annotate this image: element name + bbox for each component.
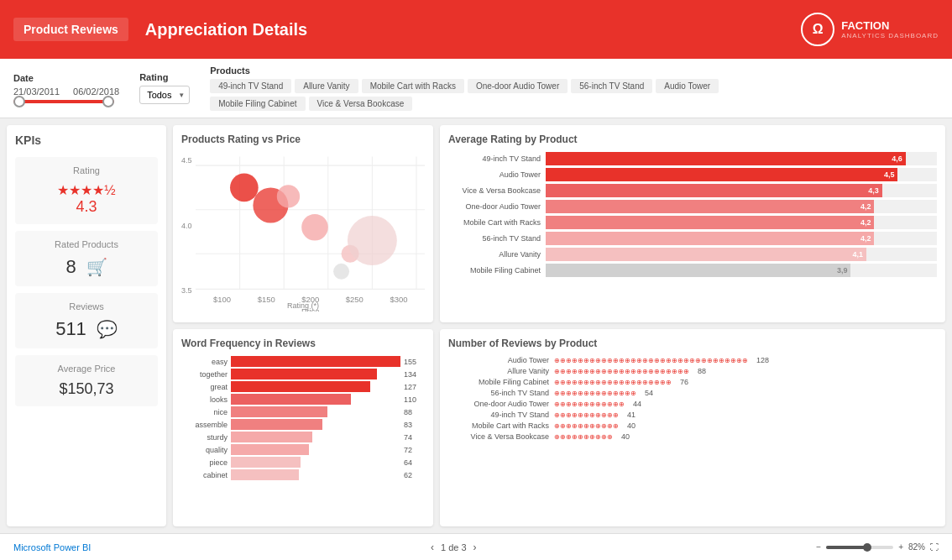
avg-price-kpi-card: Average Price $150,73 xyxy=(15,355,158,406)
comment-icon: 💬 xyxy=(97,319,118,339)
zoom-plus[interactable]: + xyxy=(898,542,903,552)
rating-select[interactable]: Todos 1 2 3 4 5 xyxy=(139,86,190,104)
review-row-7: Vice & Versa Bookcase ⊕⊕⊕⊕⊕⊕⊕⊕⊕⊕ 40 xyxy=(448,432,937,441)
bar-container-7: 3,9 xyxy=(546,264,937,277)
reviews-kpi-card: Reviews 511 💬 xyxy=(15,293,158,348)
rated-products-label: Rated Products xyxy=(24,239,149,249)
zoom-track[interactable] xyxy=(826,546,893,549)
word-fill-5 xyxy=(231,419,322,430)
rated-products-kpi-card: Rated Products 8 🛒 xyxy=(15,231,158,286)
bar-container-6: 4,1 xyxy=(546,248,937,261)
review-count-0: 128 xyxy=(756,356,769,364)
kpis-panel: KPIs Rating ★★★★½ 4.3 Rated Products 8 🛒… xyxy=(7,125,166,526)
bar-value-7: 3,9 xyxy=(837,266,848,275)
kpis-title: KPIs xyxy=(15,133,158,147)
bar-row-4: Mobile Cart with Racks 4,2 xyxy=(448,216,937,229)
word-row-0: easy 155 xyxy=(181,356,425,367)
page-indicator: 1 de 3 xyxy=(441,542,467,552)
review-icon-group-3: ⊕⊕⊕⊕⊕⊕⊕⊕⊕⊕⊕⊕⊕⊕ xyxy=(554,390,636,397)
word-bar-9 xyxy=(231,469,400,480)
bar-label-6: Allure Vanity xyxy=(448,250,541,259)
products-label: Products xyxy=(210,65,781,76)
bar-row-0: 49-inch TV Stand 4,6 xyxy=(448,152,937,165)
word-bar-5 xyxy=(231,419,400,430)
word-count-3: 110 xyxy=(404,395,425,404)
powerbi-link[interactable]: Microsoft Power BI xyxy=(13,542,91,552)
date-end: 06/02/2018 xyxy=(73,86,119,97)
word-count-9: 62 xyxy=(404,471,425,479)
product-chip-1[interactable]: Allure Vanity xyxy=(295,79,358,93)
review-label-6: Mobile Cart with Racks xyxy=(448,421,549,430)
reviews-product-rows: Audio Tower ⊕⊕⊕⊕⊕⊕⊕⊕⊕⊕⊕⊕⊕⊕⊕⊕⊕⊕⊕⊕⊕⊕⊕⊕⊕⊕⊕⊕… xyxy=(448,356,937,441)
zoom-minus[interactable]: − xyxy=(816,542,821,552)
product-chip-2[interactable]: Mobile Cart with Racks xyxy=(362,79,464,93)
svg-text:Price: Price xyxy=(301,306,319,311)
word-bar-8 xyxy=(231,457,400,468)
word-bar-4 xyxy=(231,406,400,417)
word-label-4: nice xyxy=(181,408,228,416)
bar-row-3: One-door Audio Tower 4,2 xyxy=(448,200,937,213)
word-fill-6 xyxy=(231,432,312,442)
logo-name: FACTION xyxy=(841,19,939,33)
review-row-6: Mobile Cart with Racks ⊕⊕⊕⊕⊕⊕⊕⊕⊕⊕⊕ 40 xyxy=(448,421,937,430)
reviews-value: 511 xyxy=(55,318,86,340)
product-chip-3[interactable]: One-door Audio Tower xyxy=(468,79,568,93)
product-chip-4[interactable]: 56-inch TV Stand xyxy=(571,79,652,93)
svg-point-9 xyxy=(230,174,259,202)
bar-container-2: 4,3 xyxy=(546,184,937,197)
svg-text:$150: $150 xyxy=(257,295,275,304)
bar-fill-1: 4,5 xyxy=(546,168,897,181)
word-fill-1 xyxy=(231,369,377,379)
product-chip-0[interactable]: 49-inch TV Stand xyxy=(210,79,291,93)
zoom-level: 82% xyxy=(908,542,925,552)
review-icons-1: ⊕⊕⊕⊕⊕⊕⊕⊕⊕⊕⊕⊕⊕⊕⊕⊕⊕⊕⊕⊕⊕⊕⊕ xyxy=(554,368,689,375)
bar-fill-2: 4,3 xyxy=(546,184,882,197)
bar-container-0: 4,6 xyxy=(546,152,937,165)
review-count-7: 40 xyxy=(621,432,630,441)
scatter-chart-area: 4.5 4.0 3.5 xyxy=(181,152,425,311)
bar-fill-3: 4,2 xyxy=(546,200,874,213)
logo-text-block: FACTION ANALYTICS DASHBOARD xyxy=(841,19,939,40)
word-bar-0 xyxy=(231,356,400,367)
reviews-product-chart-card: Number of Reviews by Product Audio Tower… xyxy=(440,329,945,526)
avg-price-label: Average Price xyxy=(24,364,149,374)
word-fill-0 xyxy=(231,356,400,367)
fullscreen-icon[interactable]: ⛶ xyxy=(930,542,939,552)
product-chip-6[interactable]: Mobile Filing Cabinet xyxy=(210,97,305,111)
review-icons-6: ⊕⊕⊕⊕⊕⊕⊕⊕⊕⊕⊕ xyxy=(554,422,619,430)
reviews-label: Reviews xyxy=(24,301,149,311)
review-count-2: 76 xyxy=(680,378,688,386)
review-icons-2: ⊕⊕⊕⊕⊕⊕⊕⊕⊕⊕⊕⊕⊕⊕⊕⊕⊕⊕⊕⊕ xyxy=(554,379,672,386)
products-filter: 49-inch TV Stand Allure Vanity Mobile Ca… xyxy=(210,79,781,111)
prev-page-button[interactable]: ‹ xyxy=(431,542,434,553)
avg-rating-chart-card: Average Rating by Product 49-inch TV Sta… xyxy=(440,125,945,322)
bar-row-5: 56-inch TV Stand 4,2 xyxy=(448,232,937,245)
review-icons-7: ⊕⊕⊕⊕⊕⊕⊕⊕⊕⊕ xyxy=(554,433,613,441)
charts-top-row: Products Rating vs Price 4.5 4.0 3.5 xyxy=(173,125,945,322)
next-page-button[interactable]: › xyxy=(473,542,477,553)
scatter-plot: $100 $150 $200 $250 $300 Price xyxy=(196,152,425,311)
word-bar-6 xyxy=(231,432,400,442)
review-icon-group-2: ⊕⊕⊕⊕⊕⊕⊕⊕⊕⊕⊕⊕⊕⊕⊕⊕⊕⊕⊕⊕ xyxy=(554,379,672,386)
rating-select-wrapper: Todos 1 2 3 4 5 ▼ xyxy=(139,86,190,104)
bar-value-4: 4,2 xyxy=(860,218,871,227)
word-count-7: 72 xyxy=(404,446,425,454)
date-slider[interactable] xyxy=(13,100,119,103)
rating-label: Rating xyxy=(139,72,190,82)
word-row-6: sturdy 74 xyxy=(181,432,425,442)
svg-point-11 xyxy=(276,185,299,207)
rating-kpi-card: Rating ★★★★½ 4.3 xyxy=(15,157,158,224)
date-range: 21/03/2011 06/02/2018 xyxy=(13,86,119,97)
scatter-chart-card: Products Rating vs Price 4.5 4.0 3.5 xyxy=(173,125,433,322)
review-count-6: 40 xyxy=(627,421,636,430)
rated-products-value: 8 xyxy=(65,256,76,278)
rating-kpi-label: Rating xyxy=(24,165,149,175)
bar-fill-7: 3,9 xyxy=(546,264,850,277)
review-count-3: 54 xyxy=(645,389,653,397)
avg-price-value: $150,73 xyxy=(24,380,149,398)
word-row-4: nice 88 xyxy=(181,406,425,417)
product-chip-5[interactable]: Audio Tower xyxy=(656,79,719,93)
product-chip-7[interactable]: Vice & Versa Bookcase xyxy=(309,97,413,111)
review-label-3: 56-inch TV Stand xyxy=(448,389,549,397)
charts-main: Products Rating vs Price 4.5 4.0 3.5 xyxy=(166,118,952,533)
